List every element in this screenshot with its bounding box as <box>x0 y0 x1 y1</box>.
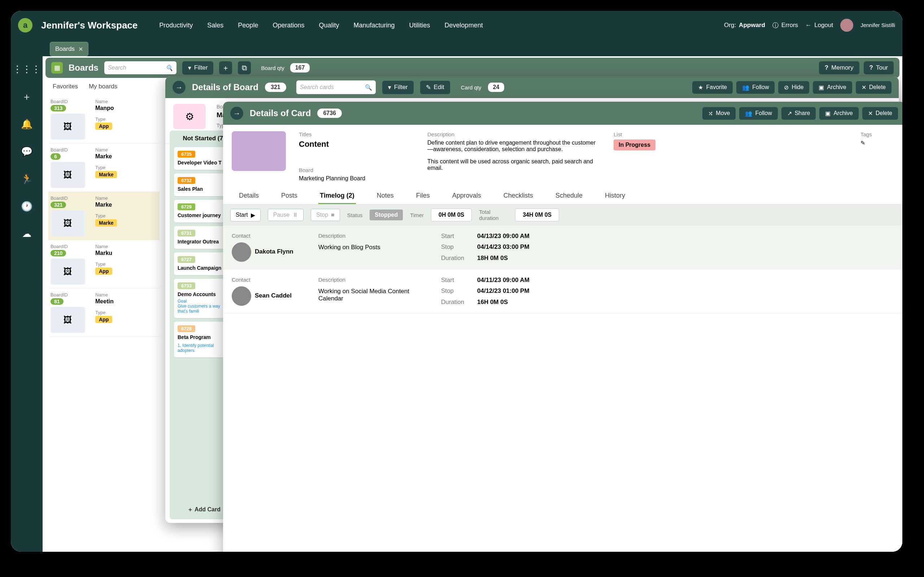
back-arrow-icon: ← <box>805 22 811 29</box>
archive-icon: ▣ <box>819 84 824 91</box>
nav-manufacturing[interactable]: Manufacturing <box>354 22 395 29</box>
nav-quality[interactable]: Quality <box>319 22 339 29</box>
delete-card-button[interactable]: ✕Delete <box>862 107 898 120</box>
total-duration-label: Total duration <box>479 209 508 221</box>
board-item[interactable]: BoardID313🖼 NameManpo TypeApp <box>48 95 160 143</box>
tab-approvals[interactable]: Approvals <box>451 188 483 204</box>
nav-development[interactable]: Development <box>445 22 483 29</box>
timelog-row: ContactSean Caddel DescriptionWorking on… <box>223 269 902 313</box>
nav-productivity[interactable]: Productivity <box>159 22 193 29</box>
bell-icon[interactable]: 🔔 <box>21 118 32 130</box>
add-icon[interactable]: ＋ <box>21 91 32 102</box>
status-label: Status <box>347 212 363 218</box>
board-item[interactable]: BoardID81🖼 NameMeetin TypeApp <box>48 288 160 337</box>
follow-button[interactable]: 👥Follow <box>736 81 775 94</box>
timer-label: Timer <box>410 212 424 218</box>
board-thumbnail: ⚙ <box>173 104 206 129</box>
filter-cards-button[interactable]: ▾Filter <box>382 81 414 94</box>
apps-icon[interactable]: ⋮⋮⋮ <box>21 63 32 75</box>
share-icon: ↗ <box>787 110 792 117</box>
delete-button[interactable]: ✕Delete <box>856 81 892 94</box>
errors-button[interactable]: ⓘErrors <box>772 21 798 29</box>
start-button[interactable]: Start▶ <box>230 209 261 221</box>
x-icon: ✕ <box>868 110 873 117</box>
stop-button[interactable]: Stop■ <box>311 209 340 221</box>
tab-schedule[interactable]: Schedule <box>554 188 584 204</box>
board-item[interactable]: BoardID210🖼 NameMarku TypeApp <box>48 240 160 288</box>
cloud-icon[interactable]: ☁ <box>21 228 32 239</box>
back-button[interactable]: → <box>230 107 243 120</box>
card-desc-1: Define content plan to drive engagement … <box>427 140 601 153</box>
edit-board-button[interactable]: ✎Edit <box>420 81 450 94</box>
search-icon: 🔍 <box>365 84 372 91</box>
pencil-icon[interactable]: ✎ <box>861 140 865 146</box>
follow-icon: 👥 <box>742 84 749 91</box>
logout-button[interactable]: ←Logout <box>805 22 833 29</box>
board-qty-value: 167 <box>290 63 310 73</box>
timer-value: 0H 0M 0S <box>431 208 472 221</box>
boards-search-input[interactable]: Search🔍 <box>104 61 176 74</box>
memory-button[interactable]: ?Memory <box>819 61 859 74</box>
user-avatar[interactable] <box>840 19 853 32</box>
star-icon: ★ <box>698 84 703 91</box>
archive-card-button[interactable]: ▣Archive <box>819 107 858 120</box>
run-icon[interactable]: 🏃 <box>21 173 32 185</box>
tab-favorites[interactable]: Favorites <box>53 83 78 90</box>
play-icon: ▶ <box>251 212 255 219</box>
tour-button[interactable]: ?Tour <box>864 61 894 74</box>
nav-operations[interactable]: Operations <box>273 22 304 29</box>
share-button[interactable]: ↗Share <box>782 107 816 120</box>
info-icon: ⓘ <box>772 21 779 29</box>
pause-button[interactable]: Pause⏸ <box>268 209 304 221</box>
back-button[interactable]: → <box>173 81 186 94</box>
nav-utilities[interactable]: Utilities <box>409 22 430 29</box>
filter-icon: ▾ <box>388 84 391 91</box>
tab-posts[interactable]: Posts <box>280 188 299 204</box>
tab-files[interactable]: Files <box>415 188 431 204</box>
card-panel-title: Details of Card <box>250 108 311 118</box>
user-name: Jennifer Sistilli <box>861 22 895 29</box>
archive-button[interactable]: ▣Archive <box>813 81 852 94</box>
tab-history[interactable]: History <box>604 188 627 204</box>
clock-icon[interactable]: 🕐 <box>21 200 32 212</box>
tab-notes[interactable]: Notes <box>375 188 395 204</box>
stop-icon: ■ <box>331 212 334 218</box>
board-id-pill: 321 <box>265 82 286 92</box>
tab-my-boards[interactable]: My boards <box>89 83 117 90</box>
tab-timelog[interactable]: Timelog (2) <box>318 188 356 204</box>
board-panel-title: Details of Board <box>192 82 258 92</box>
search-cards-input[interactable]: Search cards🔍 <box>296 81 376 94</box>
filter-button[interactable]: ▾Filter <box>182 61 214 75</box>
total-duration-value: 34H 0M 0S <box>515 208 559 221</box>
card-title: Content <box>299 140 414 149</box>
add-board-button[interactable]: ＋ <box>219 61 232 74</box>
favorite-button[interactable]: ★Favorite <box>692 81 733 94</box>
tab-details[interactable]: Details <box>237 188 260 204</box>
card-qty-value: 24 <box>488 82 505 92</box>
follow-icon: 👥 <box>745 110 752 117</box>
nav-people[interactable]: People <box>238 22 258 29</box>
follow-card-button[interactable]: 👥Follow <box>739 107 777 120</box>
hide-button[interactable]: ⊘Hide <box>778 81 809 94</box>
board-item[interactable]: BoardID6🖼 NameMarke TypeMarke <box>48 143 160 192</box>
archive-icon: ▣ <box>825 110 830 117</box>
chat-icon[interactable]: 💬 <box>21 146 32 157</box>
card-desc-2: This content will be used across organic… <box>427 158 601 171</box>
board-item[interactable]: BoardID321🖼 NameMarke TypeMarke <box>48 192 160 240</box>
close-icon[interactable]: ✕ <box>78 46 83 53</box>
copy-button[interactable]: ⧉ <box>238 61 251 74</box>
org-label: Org: Appward <box>724 22 765 29</box>
pause-icon: ⏸ <box>292 212 298 218</box>
card-thumbnail <box>232 131 286 171</box>
move-button[interactable]: ⤭Move <box>703 107 736 120</box>
pencil-icon: ✎ <box>426 84 431 91</box>
tab-boards[interactable]: Boards ✕ <box>50 42 89 56</box>
move-icon: ⤭ <box>708 110 713 117</box>
nav-sales[interactable]: Sales <box>207 22 223 29</box>
boards-title: Boards <box>69 63 99 73</box>
tab-checklists[interactable]: Checklists <box>502 188 535 204</box>
workspace-title: Jennifer's Workspace <box>41 20 137 31</box>
status-value: Stopped <box>370 210 403 220</box>
app-logo[interactable]: a <box>18 18 32 32</box>
card-qty-label: Card qty <box>461 84 481 90</box>
